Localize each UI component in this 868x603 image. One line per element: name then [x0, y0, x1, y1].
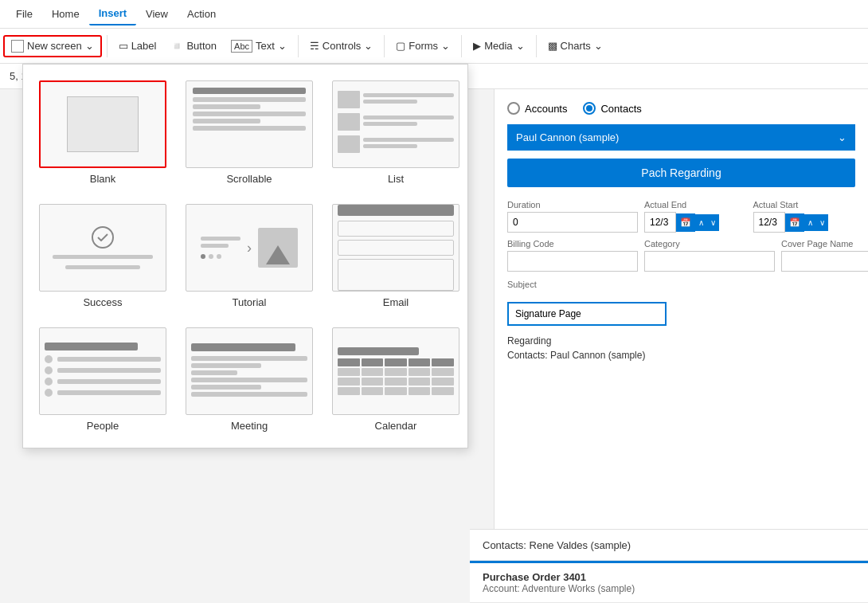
cal-header-bar: [338, 347, 419, 355]
cover-page-input[interactable]: [781, 251, 868, 272]
cal-cell-19: [409, 387, 431, 395]
actual-start-time-btn1[interactable]: ∧: [804, 214, 816, 231]
label-button[interactable]: ▭ Label: [112, 37, 163, 55]
text-button[interactable]: Abc Text ⌄: [225, 37, 293, 56]
new-screen-icon: [11, 40, 24, 53]
cal-cell-16: [338, 387, 360, 395]
subject-input[interactable]: [507, 302, 667, 326]
list-img-1: [338, 91, 360, 108]
list-texts-1: [363, 93, 454, 106]
new-screen-button[interactable]: New screen ⌄: [3, 35, 102, 57]
new-screen-label: New screen: [27, 40, 82, 52]
template-scrollable[interactable]: Scrollable: [182, 77, 316, 188]
template-meeting[interactable]: Meeting: [182, 324, 316, 435]
actual-start-time-btn2[interactable]: ∨: [816, 214, 828, 231]
tut-dots: [201, 254, 240, 259]
billing-code-label: Billing Code: [507, 239, 638, 249]
button-button[interactable]: ◽ Button: [164, 37, 223, 55]
forms-button[interactable]: ▢ Forms ⌄: [389, 37, 456, 55]
actual-end-date: 📅 ∧ ∨: [644, 212, 747, 233]
right-panel: Accounts Contacts Paul Cannon (sample) ⌄…: [494, 89, 868, 603]
billing-code-input[interactable]: [507, 251, 638, 272]
dropdown-arrow-icon: ⌄: [838, 131, 846, 143]
list-item[interactable]: Contacts: Rene Valdes (sample) ›: [470, 530, 868, 561]
billing-code-group: Billing Code: [507, 239, 638, 272]
subject-section: Subject: [507, 278, 855, 326]
tutorial-arrow-icon: ›: [247, 240, 252, 256]
menu-action[interactable]: Action: [178, 3, 225, 25]
scroll-line-2: [193, 104, 260, 109]
charts-button[interactable]: ▩ Charts ⌄: [542, 37, 609, 55]
cal-cell-15: [432, 378, 454, 386]
scroll-line-4: [193, 119, 260, 123]
people-dot-1: [45, 355, 53, 363]
template-email[interactable]: Email: [329, 201, 463, 311]
meeting-line-3: [191, 370, 237, 375]
actual-start-input[interactable]: [753, 212, 785, 233]
email-field-2: [338, 240, 454, 256]
cover-page-label: Cover Page Name: [781, 239, 868, 249]
toolbar-sep-1: [107, 35, 108, 57]
list-row-1: [338, 91, 454, 108]
meeting-line-4: [191, 378, 307, 382]
template-thumb-meeting: [186, 327, 313, 415]
controls-icon: ☴: [310, 40, 319, 52]
cal-cell-2: [362, 358, 384, 366]
template-people[interactable]: People: [36, 324, 170, 435]
radio-contacts[interactable]: Contacts: [583, 102, 641, 115]
cal-cell-11: [338, 378, 360, 386]
template-thumb-email: [332, 204, 459, 292]
actual-end-time-btn1[interactable]: ∧: [695, 214, 707, 231]
media-button[interactable]: ▶ Media ⌄: [467, 37, 530, 55]
template-tutorial[interactable]: › Tutorial: [182, 201, 316, 311]
template-blank[interactable]: Blank: [36, 77, 170, 188]
scroll-bar: [193, 88, 306, 94]
contact-dropdown[interactable]: Paul Cannon (sample) ⌄: [507, 124, 855, 151]
template-label-blank: Blank: [90, 173, 116, 185]
template-thumb-blank: [39, 80, 166, 168]
forms-icon: ▢: [396, 40, 405, 52]
actual-start-calendar-btn[interactable]: 📅: [785, 213, 804, 232]
menu-view[interactable]: View: [136, 3, 178, 25]
people-text-1: [57, 357, 161, 362]
menu-insert[interactable]: Insert: [89, 2, 136, 25]
list-line-2b: [363, 122, 417, 126]
actual-end-group: Actual End 📅 ∧ ∨: [644, 200, 747, 233]
charts-chevron-icon: ⌄: [594, 40, 603, 52]
dropdown-value: Paul Cannon (sample): [516, 131, 619, 143]
toolbar-sep-3: [384, 35, 385, 57]
radio-accounts[interactable]: Accounts: [507, 102, 567, 115]
meeting-line-2: [191, 363, 261, 368]
template-calendar[interactable]: Calendar: [329, 324, 463, 435]
actual-end-time-btn2[interactable]: ∨: [707, 214, 719, 231]
patch-button[interactable]: Pach Regarding: [507, 159, 855, 187]
actual-end-calendar-btn[interactable]: 📅: [676, 213, 695, 232]
menu-home[interactable]: Home: [42, 3, 89, 25]
success-line-1: [53, 255, 153, 259]
people-header-bar: [45, 343, 138, 350]
menu-file[interactable]: File: [6, 3, 42, 25]
media-icon: ▶: [473, 40, 481, 52]
actual-end-input[interactable]: [644, 212, 676, 233]
list-line-1b: [363, 100, 417, 104]
template-success[interactable]: Success: [36, 201, 170, 311]
people-row-2: [45, 366, 161, 374]
category-input[interactable]: [644, 251, 775, 272]
list-item-2[interactable]: Purchase Order 3401 Account: Adventure W…: [470, 563, 868, 603]
meeting-preview: [186, 339, 312, 404]
email-header-bar: [338, 205, 454, 216]
scroll-line-5: [193, 126, 306, 131]
success-line-2: [65, 265, 141, 269]
list-item-sub-2: Account: Adventure Works (sample): [483, 583, 868, 594]
toolbar: New screen ⌄ ▭ Label ◽ Button Abc Text ⌄…: [0, 29, 868, 64]
list-line-3a: [363, 138, 454, 142]
success-circle: [92, 226, 114, 249]
cal-cell-3: [385, 358, 407, 366]
controls-button[interactable]: ☴ Controls ⌄: [303, 37, 379, 55]
duration-input[interactable]: [507, 212, 638, 233]
template-list[interactable]: List: [329, 77, 463, 188]
category-label: Category: [644, 239, 775, 249]
people-row-4: [45, 389, 161, 397]
button-icon: ◽: [170, 40, 183, 52]
email-field-1: [338, 221, 454, 237]
